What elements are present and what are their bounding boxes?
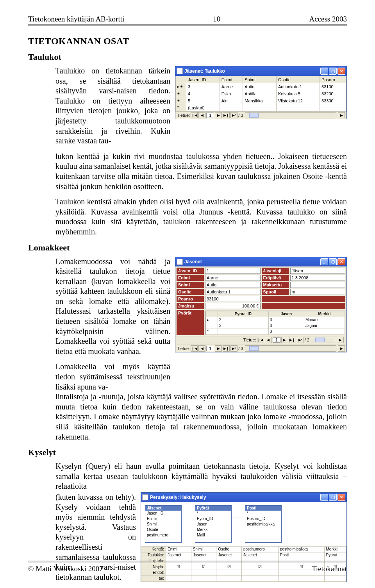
- field-label: Jasen_ID: [177, 268, 204, 274]
- nav-total: / 2: [305, 338, 309, 342]
- nav-prev-button[interactable]: ◀: [198, 112, 205, 118]
- lomakkeet-p2b: lintalistoja ja -ruutuja, joista käyttäj…: [55, 392, 347, 442]
- nav-next-button[interactable]: ▶: [215, 112, 222, 118]
- query-relations-pane[interactable]: Jäsenet Jasen_ID Enimi Snimi Osoite post…: [141, 502, 346, 546]
- page-footer: © Matti Vuorikoski 2007 Tietokannat: [28, 565, 347, 573]
- nav-total: / 3: [238, 113, 243, 118]
- subform-navigator: Tietue: ❙◀ ◀ 1 ▶ ▶❙ ▶* / 2 ▶: [177, 336, 345, 343]
- field-value[interactable]: 33100: [205, 296, 261, 302]
- table-row[interactable]: + 4 Esko Anttila Koivukuja 5 33200: [176, 90, 346, 97]
- close-button[interactable]: ✕: [338, 258, 345, 265]
- field-value[interactable]: Autio: [205, 282, 261, 288]
- query-tablebox-pyorat[interactable]: Pyörät * Pyora_ID Jasen Merkki Malli: [195, 505, 232, 543]
- heading-lomakkeet: Lomakkeet: [28, 243, 347, 253]
- datasheet-title: Jäsenet: Taulukko: [184, 68, 320, 74]
- field-label: Spuoli: [262, 289, 289, 295]
- nav-label: Tietue:: [177, 346, 190, 351]
- scroll-right-button[interactable]: ▶: [338, 345, 345, 352]
- minimize-button[interactable]: _: [320, 494, 328, 501]
- scroll-right-button[interactable]: ▶: [337, 337, 344, 343]
- field-value[interactable]: 100,00 €: [205, 303, 261, 309]
- col-header[interactable]: Merkki: [304, 311, 345, 317]
- nav-next-button[interactable]: ▶: [215, 345, 222, 352]
- grid-label: Taulukko:: [141, 552, 166, 558]
- col-header[interactable]: Jasen_ID: [186, 76, 220, 83]
- maximize-button[interactable]: ▢: [329, 494, 337, 501]
- query-tablebox-jasenet[interactable]: Jäsenet Jasen_ID Enimi Snimi Osoite post…: [145, 505, 182, 543]
- nav-new-button[interactable]: ▶*: [230, 112, 238, 118]
- query-title: Peruskysely: Hakukysely: [150, 495, 320, 500]
- taulukot-p1a: Taulukko on tietokannan tärkein osa, se …: [55, 66, 170, 146]
- field-label: Pyörät: [177, 310, 204, 335]
- form-title: Jäsenet: [184, 259, 320, 265]
- col-header[interactable]: Pyora_ID: [218, 311, 268, 317]
- field-value[interactable]: Jäsen: [290, 268, 346, 274]
- footer-right: Tietokannat: [312, 565, 347, 573]
- datasheet-navigator: Tietue: ❙◀ ◀ 1 ▶ ▶❙ ▶* / 3 ▶: [175, 111, 346, 119]
- screenshot-datasheet: Jäsenet: Taulukko _ ▢ ✕ Jasen_ID Enimi S…: [175, 66, 347, 119]
- nav-first-button[interactable]: ❙◀: [191, 345, 198, 352]
- datasheet-table: Jasen_ID Enimi Snimi Osoite Posnro ▸ + 3…: [175, 76, 346, 111]
- field-label: Jmaksu: [177, 303, 204, 309]
- field-value[interactable]: Aarne: [205, 275, 261, 281]
- scroll-right-button[interactable]: ▶: [338, 112, 345, 118]
- field-label: Enimi: [177, 275, 204, 281]
- field-value[interactable]: 1.3.2008: [290, 275, 346, 281]
- field-label: [262, 296, 346, 302]
- nav-total: / 3: [238, 346, 243, 351]
- nav-first-button[interactable]: ❙◀: [257, 337, 264, 343]
- col-header[interactable]: Posnro: [320, 76, 346, 83]
- nav-prev-button[interactable]: ◀: [198, 345, 205, 352]
- horizontal-scrollbar[interactable]: [245, 345, 336, 352]
- table-row[interactable]: ▸ 2 3 Monark: [206, 317, 345, 323]
- col-header[interactable]: Enimi: [220, 76, 243, 83]
- nav-current[interactable]: 1: [273, 337, 280, 343]
- heading-taulukot: Taulukot: [28, 52, 347, 62]
- nav-last-button[interactable]: ▶❙: [223, 345, 230, 352]
- field-label: Jäsenlaji: [262, 268, 289, 274]
- col-header[interactable]: Jasen: [268, 311, 304, 317]
- lomakkeet-p2a: Lomakkeella voi myös käyttää tiedon syöt…: [55, 362, 170, 392]
- field-value[interactable]: m: [290, 289, 346, 295]
- screenshot-form: Jäsenet _ ▢ ✕ Jasen_ID 1 Jäsenlaji Jäsen…: [175, 257, 347, 352]
- table-row[interactable]: * (Laskuri): [176, 104, 346, 111]
- maximize-button[interactable]: ▢: [329, 258, 337, 265]
- maximize-button[interactable]: ▢: [329, 68, 337, 75]
- nav-current[interactable]: 1: [206, 113, 214, 118]
- horizontal-scrollbar[interactable]: [311, 337, 335, 343]
- nav-label: Tietue:: [177, 113, 190, 118]
- nav-last-button[interactable]: ▶❙: [223, 112, 230, 118]
- field-label: [262, 303, 346, 309]
- query-design-grid[interactable]: Kenttä: Enimi Snimi Osoite postinumero p…: [141, 546, 346, 582]
- heading-kyselyt: Kyselyt: [28, 447, 347, 458]
- nav-current[interactable]: 1: [206, 346, 214, 351]
- table-row[interactable]: ▸ + 3 Aarne Autio Autionkatu 1 33100: [176, 83, 346, 90]
- nav-next-button[interactable]: ▶: [281, 337, 288, 343]
- query-tablebox-posti[interactable]: Posti * Posnro_ID postitoimipaikka: [245, 505, 282, 543]
- relation-line[interactable]: [230, 518, 243, 518]
- col-header[interactable]: Osoite: [277, 76, 320, 83]
- form-navigator: Tietue: ❙◀ ◀ 1 ▶ ▶❙ ▶* / 3 ▶: [175, 345, 346, 352]
- nav-new-button[interactable]: ▶*: [297, 337, 304, 343]
- grid-label: tai:: [141, 575, 166, 581]
- field-value[interactable]: 1: [205, 268, 261, 274]
- nav-prev-button[interactable]: ◀: [265, 337, 272, 343]
- horizontal-scrollbar[interactable]: [245, 112, 336, 118]
- query-icon: [142, 494, 148, 500]
- close-button[interactable]: ✕: [338, 68, 345, 75]
- col-header[interactable]: Snimi: [243, 76, 277, 83]
- minimize-button[interactable]: _: [320, 68, 328, 75]
- table-row[interactable]: 3 3 Jaguar: [206, 323, 345, 329]
- nav-first-button[interactable]: ❙◀: [191, 112, 198, 118]
- field-label: Snimi: [177, 282, 204, 288]
- datasheet-icon: [177, 68, 183, 74]
- nav-last-button[interactable]: ▶❙: [289, 337, 296, 343]
- table-row[interactable]: * 3: [206, 329, 345, 334]
- field-value[interactable]: Autionkatu 1: [205, 289, 261, 295]
- field-value[interactable]: [290, 282, 346, 288]
- close-button[interactable]: ✕: [338, 494, 345, 501]
- nav-new-button[interactable]: ▶*: [230, 345, 238, 352]
- relation-line[interactable]: [181, 514, 194, 514]
- minimize-button[interactable]: _: [320, 258, 328, 265]
- table-row[interactable]: + 5 Ain Mansikka Viistokatu 12 33300: [176, 97, 346, 104]
